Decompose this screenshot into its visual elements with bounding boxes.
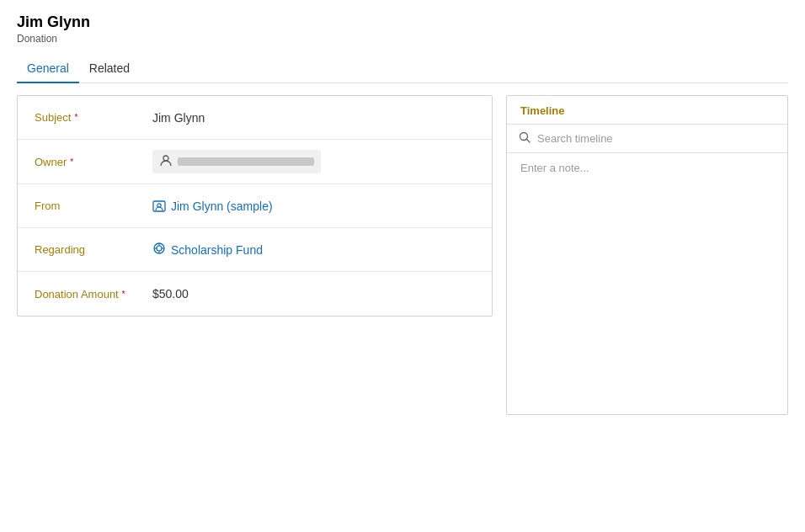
timeline-header: Timeline [507, 96, 787, 125]
donation-amount-label: Donation Amount * [35, 288, 152, 301]
svg-line-10 [527, 140, 530, 143]
record-type: Donation [17, 33, 788, 45]
regarding-label: Regarding [35, 243, 152, 256]
donation-required: * [122, 290, 125, 299]
owner-text-placeholder [178, 157, 314, 166]
tab-general[interactable]: General [17, 55, 79, 83]
subject-value[interactable]: Jim Glynn [152, 111, 475, 125]
owner-required: * [70, 157, 73, 167]
subject-field: Subject * Jim Glynn [18, 96, 492, 140]
timeline-panel: Timeline Enter a note... [506, 95, 788, 415]
tabs-bar: General Related [17, 55, 788, 83]
svg-point-4 [157, 246, 162, 251]
from-field: From Jim Glynn (sample) [18, 184, 492, 228]
timeline-search-input[interactable] [537, 132, 776, 145]
donation-amount-value[interactable]: $50.00 [152, 287, 475, 301]
record-title: Jim Glynn [17, 13, 788, 31]
page-container: Jim Glynn Donation General Related Subje… [0, 0, 805, 428]
subject-label: Subject * [35, 111, 152, 124]
timeline-search-bar[interactable] [507, 125, 787, 153]
from-label: From [35, 200, 152, 212]
contact-icon [152, 200, 166, 213]
subject-required: * [74, 113, 77, 122]
owner-value[interactable] [152, 150, 475, 173]
svg-rect-1 [153, 201, 165, 211]
tab-related[interactable]: Related [79, 55, 140, 83]
timeline-note-placeholder[interactable]: Enter a note... [507, 153, 787, 183]
owner-input-box[interactable] [152, 150, 321, 173]
svg-point-0 [163, 156, 168, 161]
regarding-value[interactable]: Scholarship Fund [152, 242, 475, 258]
owner-field: Owner * [18, 140, 492, 184]
from-value[interactable]: Jim Glynn (sample) [152, 200, 475, 213]
donation-amount-field: Donation Amount * $50.00 [18, 272, 492, 316]
campaign-icon [152, 242, 166, 258]
regarding-field: Regarding Scholarship Fund [18, 228, 492, 272]
owner-label: Owner * [35, 156, 152, 168]
main-content: Subject * Jim Glynn Owner * [17, 95, 788, 415]
person-icon [159, 154, 173, 170]
form-card: Subject * Jim Glynn Owner * [17, 95, 493, 317]
search-icon [519, 131, 530, 146]
